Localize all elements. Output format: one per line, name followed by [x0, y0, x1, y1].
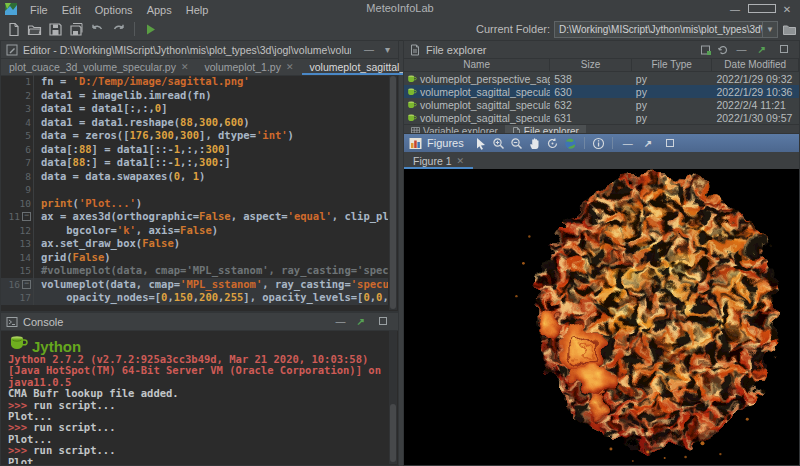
file-explorer-float-icon[interactable]: ↗: [755, 44, 769, 55]
file-explorer-minimize-icon[interactable]: —: [734, 44, 750, 55]
open-in-editor-icon[interactable]: [700, 44, 712, 56]
code-line[interactable]: 2data1 = imagelib.imread(fn): [1, 89, 388, 103]
menu-options[interactable]: Options: [88, 3, 140, 17]
editor-tab-label: plot_cuace_3d_volume_specular.py: [9, 61, 176, 73]
jython-logo-text: Jython: [32, 341, 81, 352]
window-minimize-button[interactable]: —: [722, 4, 748, 15]
column-header[interactable]: Name: [404, 59, 550, 71]
run-icon[interactable]: [143, 22, 158, 37]
figures-icon: [409, 137, 422, 150]
column-header[interactable]: File Type: [632, 59, 713, 71]
editor-scrollbar[interactable]: [389, 75, 397, 310]
rotate-icon[interactable]: [546, 137, 559, 150]
info-icon[interactable]: [592, 137, 605, 150]
code-line[interactable]: 15#volumeplot(data, cmap='MPL_sstanom', …: [1, 264, 388, 278]
zoom-in-icon[interactable]: [492, 137, 505, 150]
window-maximize-button[interactable]: [748, 4, 774, 15]
code-line[interactable]: 16–volumeplot(data, cmap='MPL_sstanom', …: [1, 278, 388, 292]
code-line[interactable]: 12 bgcolor='k', axis=False): [1, 224, 388, 238]
editor-panel: Editor - D:\Working\MIScript\Jython\mis\…: [0, 40, 399, 312]
file-row[interactable]: volumeplot_sagittal_specular_2.py631py20…: [404, 111, 799, 124]
current-folder-combobox[interactable]: D:\Working\MIScript\Jython\mis\plot_type…: [554, 21, 778, 38]
file-row[interactable]: volumeplot_sagittal_specular_1.py632py20…: [404, 98, 799, 111]
console-line: >>> run script...: [8, 445, 384, 456]
file-date: 2022/1/29 09:32: [712, 73, 799, 85]
file-table: volumeplot_perspective_sagittal_sp...538…: [404, 72, 799, 124]
tab-close-icon[interactable]: ✕: [181, 62, 189, 72]
code-line[interactable]: 17 opacity_nodes=[0,150,200,255], opacit…: [1, 291, 388, 305]
file-date: 2022/2/4 11:21: [712, 99, 799, 111]
file-row[interactable]: volumeplot_perspective_sagittal_sp...538…: [404, 72, 799, 85]
menu-edit[interactable]: Edit: [55, 3, 88, 17]
fold-icon[interactable]: –: [22, 212, 31, 221]
code-line[interactable]: 3data1 = data1[:,:,0]: [1, 102, 388, 116]
code-line[interactable]: 7data[88:] = data1[::-1,:,300:]: [1, 156, 388, 170]
file-type: py: [632, 112, 713, 124]
zoom-out-icon[interactable]: [510, 137, 523, 150]
console-float-icon[interactable]: ↗: [354, 316, 368, 327]
window-close-button[interactable]: ✕: [774, 4, 800, 15]
figures-float-icon[interactable]: ↗: [641, 138, 655, 149]
pan-icon[interactable]: [528, 137, 541, 150]
editor-tab[interactable]: plot_cuace_3d_volume_specular.py✕: [1, 59, 197, 75]
console-output[interactable]: Jython Jython 2.7.2 (v2.7.2:925a3cc3b49d…: [8, 331, 384, 464]
cursor-icon[interactable]: [474, 137, 487, 150]
browse-folder-icon[interactable]: [782, 22, 797, 37]
code-line[interactable]: 14grid(False): [1, 251, 388, 265]
save-all-icon[interactable]: [69, 22, 84, 37]
undo-icon[interactable]: [90, 22, 105, 37]
code-line[interactable]: 8data = data.swapaxes(0, 1): [1, 170, 388, 184]
file-table-header: NameSizeFile TypeDate Modified: [404, 59, 799, 72]
console-minimize-icon[interactable]: —: [333, 316, 349, 327]
editor-minimize-icon[interactable]: —: [361, 44, 377, 55]
file-explorer-maximize-icon[interactable]: [774, 44, 794, 55]
open-file-icon[interactable]: [27, 22, 42, 37]
menu-file[interactable]: File: [23, 3, 55, 17]
console-scrollbar[interactable]: [389, 331, 397, 464]
refresh-icon[interactable]: [717, 44, 729, 56]
figure-canvas[interactable]: [404, 169, 799, 465]
figures-maximize-icon[interactable]: [660, 138, 680, 149]
file-row[interactable]: volumeplot_sagittal_specular.py630py2022…: [404, 85, 799, 98]
code-line[interactable]: 6data[:88] = data1[::-1,:,:300]: [1, 143, 388, 157]
redo-icon[interactable]: [111, 22, 126, 37]
menu-help[interactable]: Help: [179, 3, 216, 17]
figures-title: Figures: [427, 137, 464, 149]
column-header[interactable]: Date Modified: [712, 59, 799, 71]
globe-icon[interactable]: [564, 137, 577, 150]
editor-tab[interactable]: volumeplot_1.py✕: [197, 59, 302, 75]
code-line[interactable]: 9: [1, 183, 388, 197]
file-size: 631: [550, 112, 632, 124]
new-file-icon[interactable]: [6, 22, 21, 37]
editor-menu-icon[interactable]: ▾: [382, 44, 393, 55]
save-icon[interactable]: [48, 22, 63, 37]
code-line[interactable]: 5data = zeros([176,300,300], dtype='int'…: [1, 129, 388, 143]
py-file-icon: [407, 87, 417, 97]
title-bar: FileEditOptionsAppsHelp MeteoInfoLab — ✕: [0, 0, 800, 18]
code-line[interactable]: 13ax.set_draw_box(False): [1, 237, 388, 251]
code-area[interactable]: 1fn = 'D:/Temp/image/sagittal.png'2data1…: [1, 75, 388, 311]
code-line[interactable]: 4data1 = data1.reshape(88,300,600): [1, 116, 388, 130]
code-line[interactable]: 10print('Plot...'): [1, 197, 388, 211]
code-line[interactable]: 11–ax = axes3d(orthographic=False, aspec…: [1, 210, 388, 224]
meteoinfolab-window: FileEditOptionsAppsHelp MeteoInfoLab — ✕…: [0, 0, 800, 466]
chevron-down-icon[interactable]: ▼: [762, 22, 777, 37]
console-maximize-icon[interactable]: [373, 316, 393, 327]
figure-tab-close-icon[interactable]: ✕: [457, 156, 465, 166]
editor-title: Editor - D:\Working\MIScript\Jython\mis\…: [23, 44, 351, 56]
menu-apps[interactable]: Apps: [140, 3, 179, 17]
console-icon: [6, 316, 18, 328]
file-date: 2022/1/29 10:36: [712, 86, 799, 98]
figures-panel: Figures — ↗ Figure 1 ✕: [403, 133, 800, 466]
file-name: volumeplot_sagittal_specular_1.py: [420, 99, 550, 111]
column-header[interactable]: Size: [550, 59, 632, 71]
code-line[interactable]: 1fn = 'D:/Temp/image/sagittal.png': [1, 75, 388, 89]
app-logo-icon: [5, 3, 17, 15]
tab-close-icon[interactable]: ✕: [286, 62, 294, 72]
py-file-icon: [407, 74, 417, 84]
console-line: [Java HotSpot(TM) 64-Bit Server VM (Orac…: [8, 365, 384, 388]
figures-minimize-icon[interactable]: —: [620, 138, 636, 149]
file-name: volumeplot_perspective_sagittal_sp...: [420, 73, 550, 85]
figure-tab[interactable]: Figure 1 ✕: [404, 152, 473, 169]
fold-icon[interactable]: –: [22, 280, 31, 289]
